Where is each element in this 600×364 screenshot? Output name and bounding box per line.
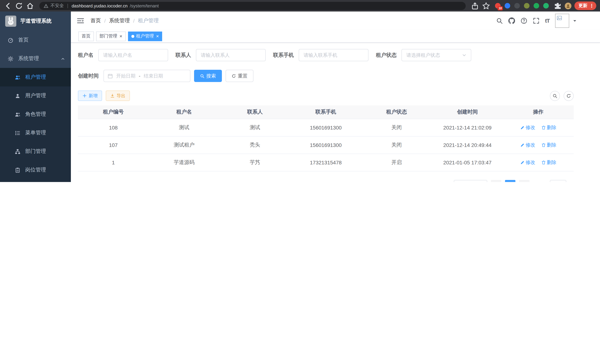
refresh-table-button[interactable]	[564, 91, 574, 101]
sidebar-collapse-icon[interactable]	[77, 18, 84, 24]
table-row[interactable]: 107测试租户秃头15601691300关闭2021-12-14 20:49:4…	[78, 136, 574, 154]
sidebar: 芋道管理系统 首页系统管理租户管理用户管理角色管理菜单管理部门管理岗位管理字典管…	[0, 11, 71, 182]
reload-icon[interactable]	[15, 2, 23, 10]
sidebar-item-tenant[interactable]: 租户管理	[0, 68, 71, 86]
add-button[interactable]: 新增	[78, 91, 102, 101]
search-button[interactable]: 搜索	[194, 70, 222, 82]
home-icon[interactable]	[26, 2, 34, 10]
breadcrumb-separator: /	[104, 18, 106, 24]
cell-name: 测试租户	[149, 136, 220, 154]
app: 芋道管理系统 首页系统管理租户管理用户管理角色管理菜单管理部门管理岗位管理字典管…	[0, 11, 600, 182]
edit-row-button[interactable]: 修改	[520, 159, 535, 166]
tenant-icon	[15, 75, 20, 80]
page-size-value: 10条/页	[457, 182, 473, 182]
edit-row-button[interactable]: 修改	[520, 124, 535, 131]
header-search-icon[interactable]	[496, 18, 503, 24]
status-select[interactable]	[402, 49, 471, 61]
edit-row-button[interactable]: 修改	[520, 141, 535, 148]
tenant-name-label: 租户名	[78, 52, 94, 58]
role-icon	[15, 112, 20, 117]
active-tab-dot	[131, 35, 134, 38]
export-button-label: 导出	[116, 93, 125, 99]
browser-extension-icon-6[interactable]	[543, 3, 549, 9]
close-tab-icon[interactable]: ×	[156, 34, 159, 38]
edit-icon	[520, 125, 525, 130]
current-page-button[interactable]: 1	[505, 180, 516, 182]
table-column-header: 租户名	[149, 105, 220, 119]
breadcrumb-item-2[interactable]: 系统管理	[109, 18, 130, 24]
back-icon[interactable]	[4, 2, 12, 10]
font-size-icon[interactable]: tT	[545, 18, 550, 24]
goto-page-input[interactable]	[550, 180, 566, 182]
cell-actions: 修改删除	[503, 119, 574, 136]
phone-input[interactable]	[299, 49, 368, 61]
cell-id: 107	[78, 136, 149, 154]
tab-tenant[interactable]: 租户管理×	[128, 31, 162, 41]
breadcrumb: 首页/系统管理/租户管理	[91, 18, 159, 24]
sidebar-item-home[interactable]: 首页	[0, 31, 71, 49]
bookmark-star-icon[interactable]	[482, 2, 490, 10]
extensions-puzzle-icon[interactable]	[554, 2, 562, 10]
contact-field[interactable]	[201, 52, 261, 58]
tab-dept[interactable]: 部门管理×	[96, 31, 126, 41]
sidebar-item-dict[interactable]: 字典管理	[0, 179, 71, 182]
contact-input[interactable]	[196, 49, 266, 61]
next-page-button[interactable]	[519, 180, 529, 182]
phone-field[interactable]	[303, 52, 364, 58]
github-icon[interactable]	[508, 18, 515, 24]
share-icon[interactable]	[471, 2, 479, 10]
close-tab-icon[interactable]: ×	[120, 34, 122, 38]
browser-extension-icon-2[interactable]	[505, 3, 510, 9]
reset-button[interactable]: 重置	[225, 70, 253, 82]
user-avatar[interactable]	[555, 14, 569, 28]
security-label[interactable]: 不安全	[50, 3, 64, 9]
cell-created: 2021-12-14 20:49:44	[432, 136, 503, 154]
kebab-menu-icon[interactable]: ⋮	[589, 3, 594, 9]
browser-extension-icon-1[interactable]: 10	[495, 3, 501, 9]
sidebar-item-dept[interactable]: 部门管理	[0, 142, 71, 161]
table-column-header: 联系手机	[290, 105, 361, 119]
create-time-range-input[interactable]: 开始日期 - 结束日期	[103, 70, 190, 82]
tenant-name-input[interactable]	[98, 49, 168, 61]
avatar-caret-down-icon[interactable]	[572, 19, 577, 23]
delete-icon	[541, 160, 546, 165]
screen: 不安全 dashboard.yudao.iocoder.cn/system/te…	[0, 0, 600, 182]
help-icon[interactable]	[521, 18, 527, 24]
tab-label: 首页	[82, 33, 91, 39]
app-logo[interactable]: 芋道管理系统	[0, 11, 71, 31]
reset-icon	[232, 74, 236, 78]
cell-name: 芋道源码	[149, 154, 220, 171]
tab-home[interactable]: 首页	[78, 31, 94, 41]
sidebar-item-role[interactable]: 角色管理	[0, 105, 71, 123]
gear-icon	[8, 56, 13, 61]
fullscreen-icon[interactable]	[533, 18, 540, 24]
browser-extension-icon-3[interactable]	[514, 3, 520, 9]
cell-status: 关闭	[361, 119, 432, 136]
table-row[interactable]: 1芋道源码芋艿17321315478开启2021-01-05 17:03:47修…	[78, 154, 574, 171]
sidebar-item-system[interactable]: 系统管理	[0, 49, 71, 68]
page-size-select[interactable]: 10条/页	[454, 180, 487, 182]
browser-extensions: 10	[495, 3, 549, 9]
reset-button-label: 重置	[238, 73, 247, 79]
main-area: 首页/系统管理/租户管理 tT 首页部门管理×租户管理×	[71, 11, 600, 182]
browser-extension-icon-5[interactable]	[534, 3, 539, 9]
status-field[interactable]	[406, 52, 462, 58]
breadcrumb-item-1[interactable]: 首页	[91, 18, 101, 24]
sidebar-item-menu[interactable]: 菜单管理	[0, 123, 71, 142]
chevron-up-icon	[61, 56, 65, 61]
browser-chrome: 不安全 dashboard.yudao.iocoder.cn/system/te…	[0, 0, 600, 11]
browser-extension-icon-4[interactable]	[524, 3, 529, 9]
toggle-search-button[interactable]	[550, 91, 560, 101]
sidebar-item-post[interactable]: 岗位管理	[0, 161, 71, 179]
table-row[interactable]: 108测试测试15601691300关闭2021-12-14 21:02:09修…	[78, 119, 574, 136]
sidebar-item-user[interactable]: 用户管理	[0, 86, 71, 105]
prev-page-button[interactable]	[491, 180, 501, 182]
browser-update-button[interactable]: 更新 ⋮	[574, 1, 596, 10]
sidebar-item-label: 首页	[18, 37, 28, 43]
tenant-name-field[interactable]	[103, 52, 163, 58]
sidebar-item-label: 租户管理	[25, 74, 46, 81]
url-bar[interactable]: 不安全 dashboard.yudao.iocoder.cn/system/te…	[39, 2, 466, 10]
export-button[interactable]: 导出	[106, 91, 130, 101]
system-submenu: 租户管理用户管理角色管理菜单管理部门管理岗位管理字典管理通知公告审计日志在线用户…	[0, 68, 71, 182]
browser-profile-avatar[interactable]	[565, 2, 572, 9]
